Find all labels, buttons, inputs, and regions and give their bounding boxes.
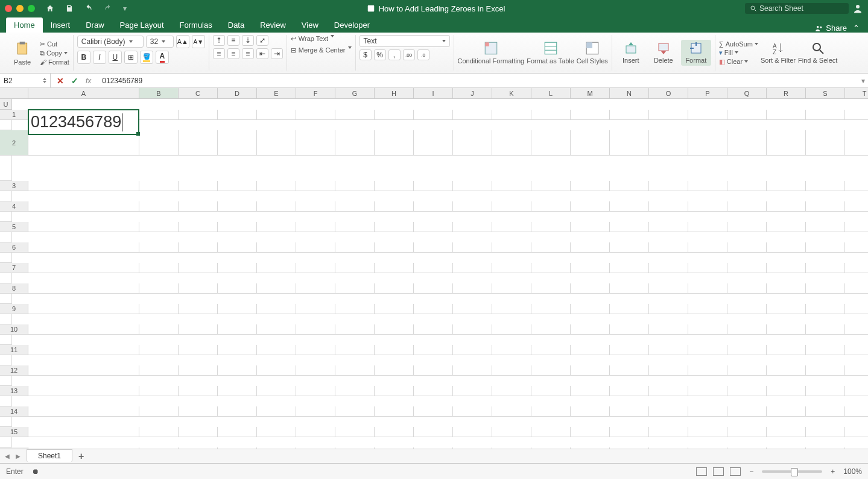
cell[interactable] xyxy=(845,304,868,314)
cell[interactable] xyxy=(0,294,12,304)
cell[interactable] xyxy=(414,345,453,355)
cell[interactable] xyxy=(335,263,375,273)
formula-input[interactable]: 0123456789 xyxy=(97,77,858,85)
fill-color-button[interactable]: 🪣 xyxy=(140,51,153,64)
cell[interactable] xyxy=(218,447,257,449)
cell[interactable] xyxy=(179,110,218,120)
cell[interactable] xyxy=(453,386,492,396)
cell[interactable] xyxy=(296,304,335,314)
cell[interactable] xyxy=(806,447,845,449)
cell[interactable] xyxy=(257,283,296,294)
cell[interactable] xyxy=(296,345,335,355)
cell[interactable] xyxy=(767,283,806,294)
cell[interactable] xyxy=(649,345,688,355)
decrease-indent-button[interactable]: ⇤ xyxy=(256,48,268,59)
percent-button[interactable]: % xyxy=(374,49,386,60)
cell[interactable] xyxy=(492,283,531,294)
cell[interactable] xyxy=(0,396,12,406)
cell[interactable] xyxy=(845,222,868,232)
cell[interactable] xyxy=(453,222,492,232)
cell[interactable] xyxy=(139,263,179,273)
cell[interactable] xyxy=(0,314,12,324)
merge-center-button[interactable]: ⊟Merge & Center xyxy=(291,46,352,54)
cell[interactable] xyxy=(767,181,806,191)
cell[interactable] xyxy=(414,386,453,396)
cell[interactable] xyxy=(767,304,806,314)
cell[interactable] xyxy=(767,324,806,335)
cell[interactable] xyxy=(727,386,767,396)
row-header-13[interactable]: 13 xyxy=(0,386,28,396)
cell[interactable] xyxy=(845,283,868,294)
prev-sheet-button[interactable]: ◀ xyxy=(5,453,10,459)
cell[interactable] xyxy=(649,386,688,396)
cell[interactable] xyxy=(492,110,531,120)
cell[interactable] xyxy=(727,304,767,314)
cell[interactable] xyxy=(0,253,12,263)
cell[interactable] xyxy=(610,427,649,437)
page-break-view-button[interactable] xyxy=(730,467,741,476)
cell[interactable] xyxy=(806,263,845,273)
cell[interactable] xyxy=(688,427,727,437)
cell[interactable] xyxy=(257,386,296,396)
cell[interactable] xyxy=(492,324,531,335)
borders-button[interactable]: ⊞ xyxy=(124,51,138,64)
cell[interactable] xyxy=(28,283,139,294)
cell[interactable] xyxy=(767,201,806,212)
cell[interactable] xyxy=(610,324,649,335)
search-input[interactable] xyxy=(759,4,844,13)
cell[interactable] xyxy=(649,130,688,156)
cell[interactable] xyxy=(335,283,375,294)
cell[interactable] xyxy=(414,324,453,335)
fill-button[interactable]: ▾Fill xyxy=(719,49,758,57)
cell[interactable] xyxy=(139,242,179,253)
cell[interactable] xyxy=(845,447,868,449)
col-header-E[interactable]: E xyxy=(257,88,296,99)
cell[interactable] xyxy=(453,304,492,314)
col-header-O[interactable]: O xyxy=(649,88,688,99)
format-cells-button[interactable]: Format xyxy=(681,40,711,65)
cell[interactable] xyxy=(649,242,688,253)
cell[interactable] xyxy=(414,427,453,437)
cell[interactable] xyxy=(257,110,296,120)
cell[interactable] xyxy=(531,324,571,335)
col-header-A[interactable]: A xyxy=(28,88,139,99)
cell[interactable] xyxy=(571,110,610,120)
cell[interactable] xyxy=(28,324,139,335)
cell[interactable] xyxy=(257,181,296,191)
cell[interactable] xyxy=(492,263,531,273)
cell[interactable] xyxy=(139,304,179,314)
cell[interactable] xyxy=(375,222,414,232)
cell[interactable] xyxy=(375,345,414,355)
cell[interactable] xyxy=(688,386,727,396)
cell[interactable] xyxy=(179,242,218,253)
cell[interactable] xyxy=(0,437,12,447)
cell[interactable] xyxy=(649,283,688,294)
cell[interactable] xyxy=(179,365,218,376)
fx-icon[interactable]: fx xyxy=(86,77,91,85)
comma-button[interactable]: , xyxy=(388,49,401,60)
cell[interactable] xyxy=(845,406,868,417)
row-header-9[interactable]: 9 xyxy=(0,304,28,314)
expand-formula-bar-icon[interactable]: ▾ xyxy=(858,77,868,85)
cell[interactable] xyxy=(610,110,649,120)
cell[interactable] xyxy=(257,222,296,232)
tab-developer[interactable]: Developer xyxy=(326,17,378,33)
cell[interactable] xyxy=(296,365,335,376)
cell[interactable] xyxy=(28,222,139,232)
increase-decimal-button[interactable]: .00 xyxy=(403,49,415,60)
cell[interactable] xyxy=(414,242,453,253)
cell[interactable] xyxy=(335,386,375,396)
cell[interactable] xyxy=(688,181,727,191)
cell[interactable] xyxy=(296,427,335,437)
cell[interactable] xyxy=(610,447,649,449)
cell[interactable] xyxy=(806,365,845,376)
cell[interactable] xyxy=(179,406,218,417)
cell[interactable] xyxy=(688,324,727,335)
cell[interactable] xyxy=(492,242,531,253)
decrease-decimal-button[interactable]: .0 xyxy=(417,49,429,60)
cell[interactable] xyxy=(727,324,767,335)
cell[interactable] xyxy=(453,447,492,449)
cell[interactable] xyxy=(571,263,610,273)
tab-page-layout[interactable]: Page Layout xyxy=(112,17,172,33)
col-header-J[interactable]: J xyxy=(453,88,492,99)
